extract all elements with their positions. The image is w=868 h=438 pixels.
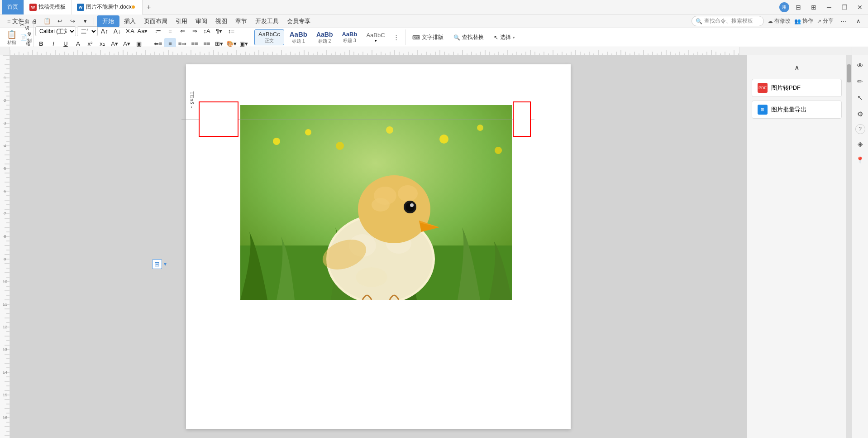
select-label: 选择 xyxy=(500,34,511,41)
numbering-button[interactable]: ≡ xyxy=(164,25,176,37)
scrollbar-vertical[interactable] xyxy=(846,55,852,438)
svg-point-266 xyxy=(273,138,280,145)
maximize-button[interactable]: ❐ xyxy=(838,1,851,14)
collab-button[interactable]: 👥 协作 xyxy=(794,17,813,25)
far-view-button[interactable]: 👁 xyxy=(854,59,867,72)
far-pin-button[interactable]: 📍 xyxy=(854,154,867,167)
ruler-corner xyxy=(0,47,10,55)
svg-point-278 xyxy=(356,267,387,287)
svg-text:14: 14 xyxy=(3,370,7,375)
collapse-ribbon-button[interactable]: ∧ xyxy=(853,15,864,27)
sort-button[interactable]: ↕A xyxy=(201,25,213,37)
far-edit-button[interactable]: ✏ xyxy=(854,75,867,88)
panel-collapse-button[interactable]: ∧ xyxy=(791,62,803,73)
modify-button[interactable]: ☁ 有修改 xyxy=(768,17,791,25)
decrease-font-button[interactable]: A↓ xyxy=(111,25,123,37)
image-wrapper[interactable]: ⊞ ▾ xyxy=(240,105,512,301)
grid-icon[interactable]: ⊞ xyxy=(807,1,820,14)
style-h3-preview: AaBb xyxy=(342,31,357,38)
cut-button[interactable]: ✂ 剪切 xyxy=(20,19,32,31)
layout-icon[interactable]: ⊟ xyxy=(792,1,805,14)
svg-point-281 xyxy=(398,185,418,202)
svg-point-279 xyxy=(358,175,430,243)
export-icon: ⊞ xyxy=(758,105,768,115)
style-normal[interactable]: AaBbCc 正文 xyxy=(254,29,284,45)
more-menu-button[interactable]: ⋯ xyxy=(837,15,849,27)
search-icon: 🔍 xyxy=(696,18,702,24)
tab-template[interactable]: W 找稿壳模板 xyxy=(24,0,72,14)
text-layout-button[interactable]: ⌨ 文字排版 xyxy=(409,32,447,43)
bullets-button[interactable]: ≔ xyxy=(152,25,164,37)
far-help-button[interactable]: ? xyxy=(855,124,865,134)
select-button[interactable]: ↖ 选择 ▾ xyxy=(490,32,519,43)
svg-text:12: 12 xyxy=(3,325,7,329)
paste-button[interactable]: 📋 粘贴 xyxy=(4,29,19,47)
style-heading1[interactable]: AaBb 标题 1 xyxy=(286,29,311,45)
search-box[interactable]: 🔍 查找命令、搜索模板 xyxy=(692,16,764,26)
svg-text:2: 2 xyxy=(4,98,6,103)
collab-icon: 👥 xyxy=(794,18,801,24)
menu-bar-right: 🔍 查找命令、搜索模板 ☁ 有修改 👥 协作 ↗ 分享 ⋯ ∧ xyxy=(692,15,864,27)
font-name-selector[interactable]: Calibri (正文) xyxy=(35,26,76,36)
style-more[interactable]: AaBbC ▾ xyxy=(362,31,388,44)
document-page: TEnS - xyxy=(186,64,571,429)
pdf-convert-button[interactable]: PDF 图片转PDF xyxy=(752,79,842,97)
styles-group: AaBbCc 正文 AaBb 标题 1 AaBb 标题 2 AaBb 标题 3 … xyxy=(252,29,405,45)
share-button[interactable]: ↗ 分享 xyxy=(817,17,834,25)
tab-home[interactable]: 首页 xyxy=(2,0,24,14)
clear-format-button[interactable]: ✕A xyxy=(124,25,136,37)
line-spacing-button[interactable]: ↕≡ xyxy=(225,25,237,37)
style-h1-label: 标题 1 xyxy=(292,38,305,44)
word-icon: W xyxy=(77,4,84,11)
far-analytics-button[interactable]: ◈ xyxy=(854,138,867,150)
increase-font-button[interactable]: A↑ xyxy=(99,25,110,37)
style-more-preview: AaBbC xyxy=(366,32,385,39)
svg-text:1: 1 xyxy=(4,76,6,80)
svg-text:3: 3 xyxy=(4,121,6,125)
avatar[interactable]: 用 xyxy=(779,2,789,12)
style-more-chevron: ▾ xyxy=(375,39,377,43)
find-replace-label: 查找替换 xyxy=(462,34,484,41)
styles-expand-button[interactable]: ⋮ xyxy=(391,32,402,43)
ruler-horizontal: // Will be drawn inline xyxy=(10,47,739,55)
wps-icon: W xyxy=(29,4,37,11)
style-heading2[interactable]: AaBb 标题 2 xyxy=(313,30,337,45)
separator xyxy=(94,18,94,25)
indent-button[interactable]: ⇒ xyxy=(189,25,200,37)
style-heading3[interactable]: AaBb 标题 3 xyxy=(338,30,361,45)
font-selectors: Calibri (正文) 三号 A↑ A↓ ✕A Aa▾ B I U A̶ x²… xyxy=(35,25,148,50)
font-name-row: Calibri (正文) 三号 A↑ A↓ ✕A Aa▾ xyxy=(35,25,148,37)
font-size-selector[interactable]: 三号 xyxy=(77,26,98,36)
svg-point-271 xyxy=(477,125,483,131)
export-button[interactable]: ⊞ 图片批量导出 xyxy=(752,101,842,119)
close-button[interactable]: ✕ xyxy=(854,1,866,14)
svg-text:15: 15 xyxy=(3,393,7,397)
document-area[interactable]: TEnS - xyxy=(10,55,747,438)
far-settings-button[interactable]: ⚙ xyxy=(854,108,867,120)
outdent-button[interactable]: ⇐ xyxy=(176,25,188,37)
change-case-button[interactable]: Aa▾ xyxy=(137,25,148,37)
add-tab-button[interactable]: + xyxy=(143,1,155,14)
panel-header: ∧ xyxy=(752,60,842,75)
far-select-button[interactable]: ↖ xyxy=(854,91,867,104)
find-replace-button[interactable]: 🔍 查找替换 xyxy=(450,32,487,43)
svg-text:10: 10 xyxy=(3,279,7,284)
minimize-button[interactable]: ─ xyxy=(823,1,835,14)
menu-devtools[interactable]: 开发工具 xyxy=(252,16,282,27)
float-layout-button[interactable]: ⊞ ▾ xyxy=(152,259,167,269)
style-h1-preview: AaBb xyxy=(290,30,307,38)
para-row1: ≔ ≡ ⇐ ⇒ ↕A ¶▾ ↕≡ xyxy=(152,25,249,37)
find-icon: 🔍 xyxy=(453,34,460,41)
menu-vip[interactable]: 会员专享 xyxy=(283,16,314,27)
style-h3-label: 标题 3 xyxy=(343,38,356,44)
scrollbar-thumb[interactable] xyxy=(847,64,851,82)
ruler-v-svg: 12345678910111213141516 xyxy=(0,55,10,438)
title-bar: 首页 W 找稿壳模板 W 图片不能居中.docx + 用 ⊟ ⊞ ─ ❐ ✕ xyxy=(0,0,868,14)
ruler-vertical: 12345678910111213141516 xyxy=(0,55,10,438)
tab-doc[interactable]: W 图片不能居中.docx xyxy=(72,0,143,14)
svg-text:5: 5 xyxy=(4,166,6,171)
show-marks-button[interactable]: ¶▾ xyxy=(213,25,225,37)
selection-box-left xyxy=(199,101,238,137)
float-dropdown-arrow: ▾ xyxy=(164,261,167,267)
paste-label: 粘贴 xyxy=(7,39,16,46)
